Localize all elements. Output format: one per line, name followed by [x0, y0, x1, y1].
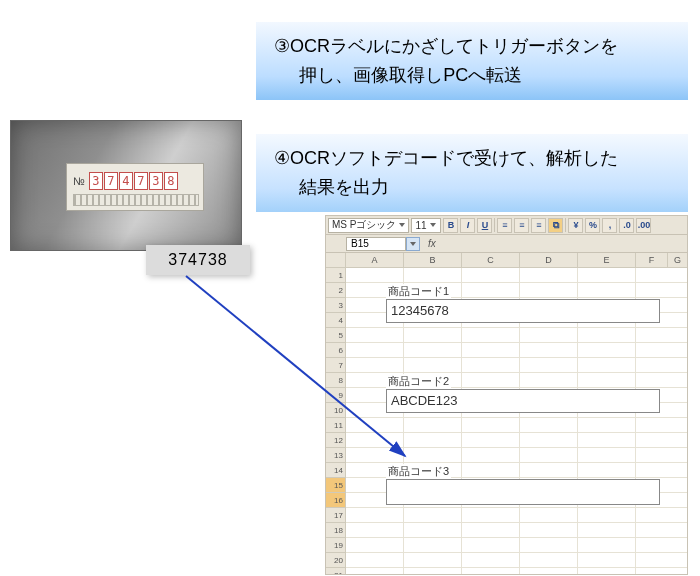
cell-label-code3: 商品コード3: [386, 464, 451, 479]
ocr-photo: № 3 7 4 7 3 8: [10, 120, 242, 251]
col-header[interactable]: E: [578, 253, 636, 268]
ocr-digit: 7: [134, 172, 148, 190]
comma-button[interactable]: ,: [602, 218, 617, 233]
increase-decimal-button[interactable]: .0: [619, 218, 634, 233]
align-left-button[interactable]: ≡: [497, 218, 512, 233]
row-header[interactable]: 16: [326, 493, 346, 508]
input-code1[interactable]: 12345678: [386, 299, 660, 323]
ocr-label-ruler: [73, 194, 199, 206]
callout-3-line-2: 押し、画像取得しPCへ転送: [274, 61, 674, 90]
row-header[interactable]: 4: [326, 313, 346, 328]
row-cells[interactable]: [346, 328, 687, 343]
select-all-corner[interactable]: [326, 253, 346, 268]
name-box-dropdown[interactable]: [406, 237, 420, 251]
row-header[interactable]: 7: [326, 358, 346, 373]
font-size-select[interactable]: 11: [411, 218, 441, 233]
row-header[interactable]: 14: [326, 463, 346, 478]
align-right-button[interactable]: ≡: [531, 218, 546, 233]
column-headers: A B C D E F G: [326, 253, 687, 268]
currency-button[interactable]: ¥: [568, 218, 583, 233]
ocr-readout: 374738: [146, 245, 250, 275]
font-name-select[interactable]: MS Pゴシック: [328, 218, 409, 233]
callout-4-line-1: ④OCRソフトデコードで受けて、解析した: [274, 144, 674, 173]
chevron-down-icon: [430, 223, 436, 227]
row-header[interactable]: 17: [326, 508, 346, 523]
row-cells[interactable]: [346, 568, 687, 575]
cell-label-code2: 商品コード2: [386, 374, 451, 389]
col-header[interactable]: B: [404, 253, 462, 268]
ocr-digit: 8: [164, 172, 178, 190]
callout-step-3: ③OCRラベルにかざしてトリガーボタンを 押し、画像取得しPCへ転送: [256, 22, 688, 100]
ocr-label-top: № 3 7 4 7 3 8: [73, 170, 178, 192]
cell-label-code1: 商品コード1: [386, 284, 451, 299]
row-header[interactable]: 10: [326, 403, 346, 418]
excel-toolbar: MS Pゴシック 11 B I U ≡ ≡ ≡ ⧉ ¥ % , .0 .00: [325, 215, 688, 235]
divider: [494, 218, 495, 232]
row-header[interactable]: 1: [326, 268, 346, 283]
col-header[interactable]: F: [636, 253, 668, 268]
col-header[interactable]: D: [520, 253, 578, 268]
ocr-label-prefix: №: [73, 175, 85, 187]
ocr-label-digits: 3 7 4 7 3 8: [89, 172, 178, 190]
ocr-digit: 3: [89, 172, 103, 190]
ocr-digit: 4: [119, 172, 133, 190]
font-name-value: MS Pゴシック: [332, 218, 396, 232]
italic-button[interactable]: I: [460, 218, 475, 233]
row-header[interactable]: 12: [326, 433, 346, 448]
fx-icon[interactable]: fx: [428, 238, 436, 249]
row-cells[interactable]: [346, 508, 687, 523]
row-cells[interactable]: [346, 553, 687, 568]
row-cells[interactable]: [346, 358, 687, 373]
col-header[interactable]: G: [668, 253, 688, 268]
callout-4-line-2: 結果を出力: [274, 173, 674, 202]
callout-3-line-1: ③OCRラベルにかざしてトリガーボタンを: [274, 32, 674, 61]
row-cells[interactable]: [346, 343, 687, 358]
excel-formula-bar: B15 fx: [325, 235, 688, 253]
row-header[interactable]: 11: [326, 418, 346, 433]
row-header[interactable]: 9: [326, 388, 346, 403]
underline-button[interactable]: U: [477, 218, 492, 233]
percent-button[interactable]: %: [585, 218, 600, 233]
input-code3[interactable]: [386, 479, 660, 505]
decrease-decimal-button[interactable]: .00: [636, 218, 651, 233]
col-header[interactable]: A: [346, 253, 404, 268]
ocr-photo-frame: № 3 7 4 7 3 8: [10, 120, 242, 251]
row-cells[interactable]: [346, 268, 687, 283]
row-cells[interactable]: [346, 433, 687, 448]
row-cells[interactable]: [346, 418, 687, 433]
row-header[interactable]: 15: [326, 478, 346, 493]
name-box[interactable]: B15: [346, 237, 406, 251]
excel-grid[interactable]: A B C D E F G 12345678910111213141516171…: [325, 253, 688, 575]
ocr-digit: 3: [149, 172, 163, 190]
row-header[interactable]: 13: [326, 448, 346, 463]
font-size-value: 11: [415, 220, 426, 231]
ocr-label: № 3 7 4 7 3 8: [66, 163, 204, 211]
row-header[interactable]: 18: [326, 523, 346, 538]
row-cells[interactable]: [346, 448, 687, 463]
row-header[interactable]: 2: [326, 283, 346, 298]
input-code2[interactable]: ABCDE123: [386, 389, 660, 413]
callout-step-4: ④OCRソフトデコードで受けて、解析した 結果を出力: [256, 134, 688, 212]
row-cells[interactable]: [346, 538, 687, 553]
row-header[interactable]: 3: [326, 298, 346, 313]
chevron-down-icon: [399, 223, 405, 227]
bold-button[interactable]: B: [443, 218, 458, 233]
ocr-digit: 7: [104, 172, 118, 190]
row-header[interactable]: 6: [326, 343, 346, 358]
row-header[interactable]: 20: [326, 553, 346, 568]
chevron-down-icon: [410, 242, 416, 246]
row-header[interactable]: 8: [326, 373, 346, 388]
col-header[interactable]: C: [462, 253, 520, 268]
row-header[interactable]: 19: [326, 538, 346, 553]
row-cells[interactable]: [346, 523, 687, 538]
align-center-button[interactable]: ≡: [514, 218, 529, 233]
row-header[interactable]: 21: [326, 568, 346, 575]
row-header[interactable]: 5: [326, 328, 346, 343]
divider: [565, 218, 566, 232]
merge-cells-button[interactable]: ⧉: [548, 218, 563, 233]
